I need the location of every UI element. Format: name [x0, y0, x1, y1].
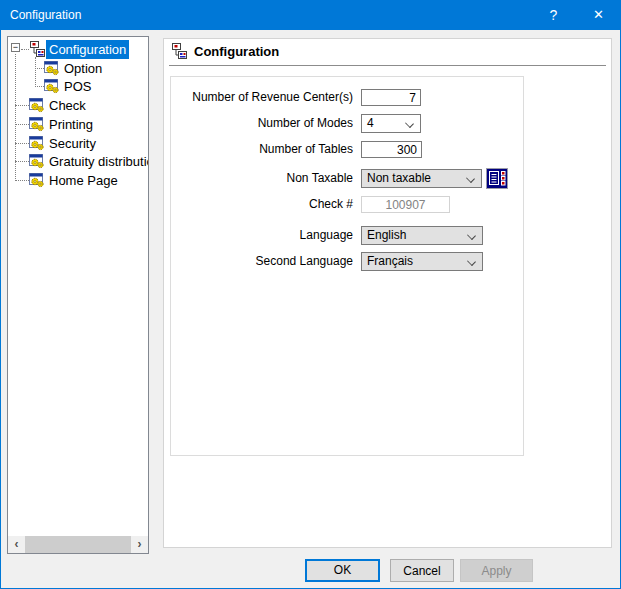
scrollbar-thumb[interactable] — [25, 536, 131, 553]
sidebar-item-security[interactable]: Security — [8, 134, 148, 153]
language-value: English — [367, 228, 406, 242]
page-title: Configuration — [194, 39, 279, 64]
chevron-down-icon — [467, 257, 476, 266]
title-bar: Configuration ? ✕ — [0, 0, 621, 30]
modes-label: Number of Modes — [184, 114, 353, 133]
help-icon: ? — [550, 7, 558, 23]
sidebar-item-label: Printing — [46, 115, 96, 134]
second-language-label: Second Language — [184, 252, 353, 271]
header-separator — [169, 65, 606, 66]
ok-button[interactable]: OK — [305, 559, 380, 582]
help-button[interactable]: ? — [531, 0, 576, 30]
navigation-tree-panel: − Configuration Option POS Check Printin… — [7, 36, 149, 554]
sidebar-item-label: Home Page — [46, 171, 121, 190]
window-title: Configuration — [10, 0, 81, 30]
sidebar-item-configuration[interactable]: Configuration — [8, 40, 148, 59]
sidebar-item-gratuity-distribution[interactable]: Gratuity distribution — [8, 152, 148, 171]
scroll-left-icon[interactable]: ‹ — [8, 536, 25, 553]
sidebar-item-label: Security — [46, 134, 99, 153]
modes-dropdown[interactable]: 4 — [361, 114, 421, 133]
language-label: Language — [184, 226, 353, 245]
gears-window-icon — [29, 172, 45, 188]
horizontal-scrollbar[interactable]: ‹ › — [8, 536, 148, 553]
sidebar-item-home-page[interactable]: Home Page — [8, 171, 148, 190]
sidebar-item-label: Gratuity distribution — [46, 152, 148, 171]
tables-input[interactable] — [361, 141, 422, 158]
gears-window-icon — [29, 153, 45, 169]
sidebar-item-label: Option — [61, 59, 105, 78]
non-taxable-label: Non Taxable — [184, 169, 353, 188]
sidebar-item-option[interactable]: Option — [8, 59, 148, 78]
hierarchy-icon — [171, 43, 187, 59]
close-icon: ✕ — [593, 7, 604, 22]
non-taxable-value: Non taxable — [367, 171, 431, 185]
modes-value: 4 — [367, 116, 374, 130]
sidebar-item-pos[interactable]: POS — [8, 77, 148, 96]
second-language-value: Français — [367, 254, 413, 268]
gears-window-icon — [44, 60, 60, 76]
sidebar-item-check[interactable]: Check — [8, 96, 148, 115]
gears-window-icon — [29, 135, 45, 151]
tables-label: Number of Tables — [184, 141, 353, 158]
scroll-right-icon[interactable]: › — [131, 536, 148, 553]
apply-button: Apply — [460, 559, 533, 582]
hierarchy-icon — [29, 41, 45, 57]
second-language-dropdown[interactable]: Français — [361, 252, 483, 271]
gears-window-icon — [44, 78, 60, 94]
chevron-down-icon — [466, 174, 475, 183]
check-number-label: Check # — [184, 196, 353, 213]
check-number-input — [361, 196, 450, 213]
language-dropdown[interactable]: English — [361, 226, 483, 245]
gears-window-icon — [29, 116, 45, 132]
chevron-down-icon — [467, 231, 476, 240]
chevron-down-icon — [405, 119, 414, 128]
revenue-centers-input[interactable] — [361, 89, 421, 106]
navigation-tree: − Configuration Option POS Check Printin… — [8, 38, 148, 535]
content-panel: Configuration Number of Revenue Center(s… — [163, 38, 612, 548]
gears-window-icon — [29, 97, 45, 113]
list-editor-icon — [487, 169, 507, 188]
sidebar-item-printing[interactable]: Printing — [8, 115, 148, 134]
sidebar-item-label: Configuration — [46, 40, 129, 59]
revenue-centers-label: Number of Revenue Center(s) — [184, 89, 353, 106]
close-button[interactable]: ✕ — [576, 0, 621, 30]
sidebar-item-label: POS — [61, 77, 94, 96]
edit-list-button[interactable] — [486, 168, 508, 189]
sidebar-item-label: Check — [46, 96, 89, 115]
cancel-button[interactable]: Cancel — [390, 559, 454, 582]
non-taxable-dropdown[interactable]: Non taxable — [361, 169, 482, 188]
